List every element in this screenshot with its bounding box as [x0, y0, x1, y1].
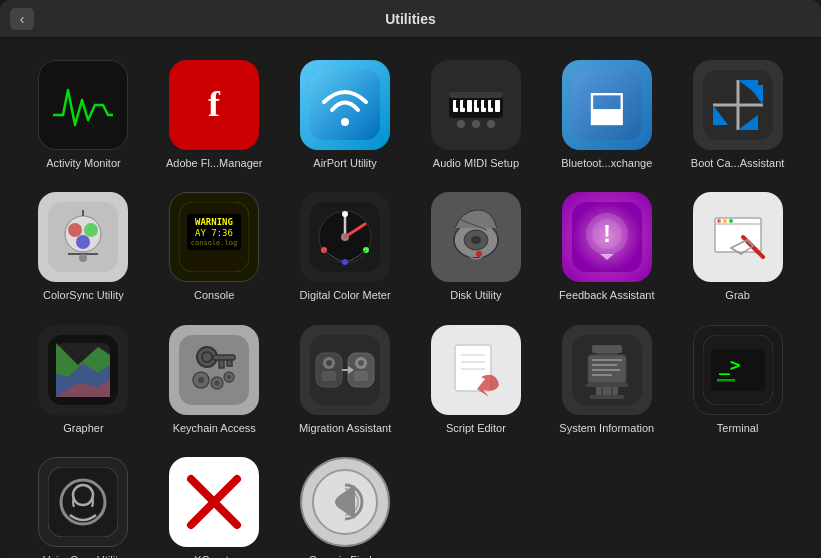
app-icon-grab [693, 192, 783, 282]
app-label-system-info: System Information [559, 421, 654, 435]
app-icon-script-editor [431, 325, 521, 415]
utilities-window: ‹ Utilities Activity Monitor f Adobe Fl.… [0, 0, 821, 558]
app-icon-console: WARNING AY 7:36 console.log [169, 192, 259, 282]
app-item-adobe-manager[interactable]: f Adobe Fl...Manager [151, 54, 278, 176]
app-item-disk-utility[interactable]: Disk Utility [413, 186, 540, 308]
app-icon-adobe-manager: f [169, 60, 259, 150]
svg-rect-110 [596, 387, 618, 395]
app-item-keychain[interactable]: Keychain Access [151, 319, 278, 441]
app-icon-activity-monitor [38, 60, 128, 150]
svg-rect-106 [592, 364, 617, 366]
app-label-adobe-manager: Adobe Fl...Manager [166, 156, 263, 170]
app-icon-colorsync [38, 192, 128, 282]
svg-text:WARNING: WARNING [195, 217, 233, 227]
app-grid: Activity Monitor f Adobe Fl...Manager Ai… [0, 38, 821, 558]
window-title: Utilities [385, 11, 436, 27]
app-icon-migration [300, 325, 390, 415]
svg-point-64 [717, 219, 721, 223]
svg-point-47 [342, 211, 348, 217]
svg-rect-94 [354, 371, 368, 381]
svg-rect-78 [219, 360, 224, 368]
app-label-xquartz: XQuartz [194, 553, 234, 558]
svg-point-34 [68, 223, 82, 237]
titlebar: ‹ Utilities [0, 0, 821, 38]
app-item-grab[interactable]: Grab [674, 186, 801, 308]
svg-text:_>: _> [719, 354, 741, 375]
app-icon-bluetooth: ⬓ [562, 60, 652, 150]
app-item-xquartz[interactable]: XQuartz [151, 451, 278, 558]
svg-point-81 [198, 377, 204, 383]
app-item-voiceover[interactable]: VoiceOver Utility [20, 451, 147, 558]
app-item-system-info[interactable]: System Information [543, 319, 670, 441]
app-item-console[interactable]: WARNING AY 7:36 console.log Console [151, 186, 278, 308]
svg-text:!: ! [603, 220, 611, 247]
app-icon-keychain [169, 325, 259, 415]
svg-point-36 [76, 235, 90, 249]
app-item-grapher[interactable]: Grapher [20, 319, 147, 441]
svg-rect-19 [491, 100, 495, 108]
app-label-terminal: Terminal [717, 421, 759, 435]
app-item-colorsync[interactable]: ColorSync Utility [20, 186, 147, 308]
app-item-bluetooth[interactable]: ⬓ Bluetoot...xchange [543, 54, 670, 176]
svg-text:AY 7:36: AY 7:36 [195, 228, 233, 238]
app-label-digital-color-meter: Digital Color Meter [300, 288, 391, 302]
app-label-script-editor: Script Editor [446, 421, 506, 435]
app-icon-terminal: _> [693, 325, 783, 415]
app-label-keychain: Keychain Access [173, 421, 256, 435]
app-icon-voiceover [38, 457, 128, 547]
svg-rect-108 [592, 374, 612, 376]
svg-rect-107 [592, 369, 620, 371]
app-label-airport-utility: AirPort Utility [313, 156, 377, 170]
app-item-open-finder[interactable]: Open in Finder [282, 451, 409, 558]
back-button[interactable]: ‹ [10, 8, 34, 30]
svg-rect-18 [484, 100, 488, 108]
svg-rect-111 [590, 395, 624, 399]
svg-point-22 [487, 120, 495, 128]
app-icon-open-finder [300, 457, 390, 547]
app-label-colorsync: ColorSync Utility [43, 288, 124, 302]
svg-rect-7 [449, 92, 503, 98]
app-icon-airport-utility [300, 60, 390, 150]
svg-rect-15 [456, 100, 460, 108]
svg-rect-14 [495, 100, 500, 112]
svg-point-56 [476, 251, 482, 257]
svg-rect-105 [592, 359, 622, 361]
svg-rect-102 [592, 345, 622, 353]
svg-point-83 [215, 380, 220, 385]
svg-rect-17 [477, 100, 481, 108]
svg-rect-118 [48, 467, 118, 537]
svg-point-37 [79, 254, 87, 262]
app-icon-feedback: ! [562, 192, 652, 282]
app-icon-disk-utility [431, 192, 521, 282]
app-item-activity-monitor[interactable]: Activity Monitor [20, 54, 147, 176]
svg-rect-74 [179, 335, 249, 405]
app-label-disk-utility: Disk Utility [450, 288, 501, 302]
svg-point-85 [227, 375, 231, 379]
app-item-migration[interactable]: Migration Assistant [282, 319, 409, 441]
svg-rect-117 [717, 379, 735, 382]
app-label-feedback: Feedback Assistant [559, 288, 654, 302]
app-label-grapher: Grapher [63, 421, 103, 435]
svg-text:⬓: ⬓ [587, 83, 627, 129]
app-item-feedback[interactable]: ! Feedback Assistant [543, 186, 670, 308]
svg-point-4 [341, 118, 349, 126]
app-label-voiceover: VoiceOver Utility [43, 553, 124, 558]
app-item-terminal[interactable]: _> Terminal [674, 319, 801, 441]
svg-point-35 [84, 223, 98, 237]
svg-text:f: f [208, 84, 221, 124]
app-label-activity-monitor: Activity Monitor [46, 156, 121, 170]
app-item-script-editor[interactable]: Script Editor [413, 319, 540, 441]
app-icon-grapher [38, 325, 128, 415]
app-item-audio-midi[interactable]: Audio MIDI Setup [413, 54, 540, 176]
app-item-bootcamp[interactable]: Boot Ca...Assistant [674, 54, 801, 176]
svg-point-93 [358, 360, 364, 366]
app-item-digital-color-meter[interactable]: Digital Color Meter [282, 186, 409, 308]
svg-point-65 [723, 219, 727, 223]
svg-text:console.log: console.log [191, 239, 237, 247]
svg-rect-109 [586, 383, 628, 387]
svg-rect-10 [467, 100, 472, 112]
app-item-airport-utility[interactable]: AirPort Utility [282, 54, 409, 176]
app-label-bootcamp: Boot Ca...Assistant [691, 156, 785, 170]
svg-rect-16 [463, 100, 467, 108]
app-icon-bootcamp [693, 60, 783, 150]
